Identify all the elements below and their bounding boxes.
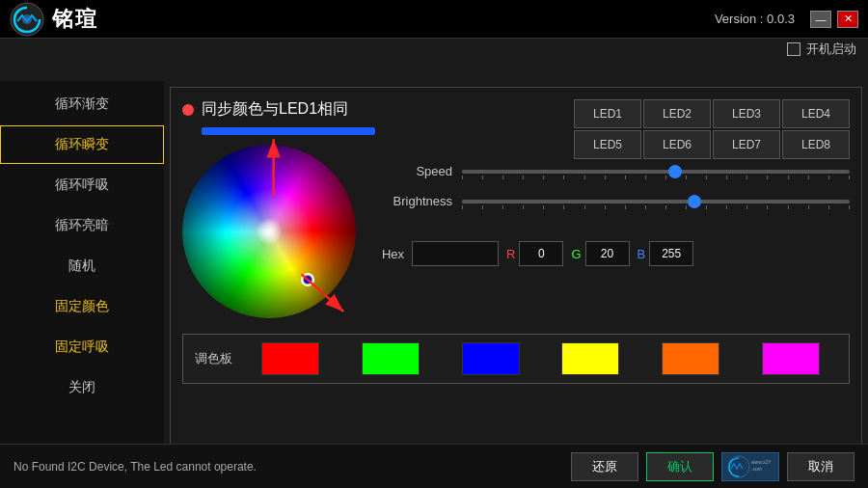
svg-point-1 [22,14,32,24]
speed-slider-track[interactable] [462,170,850,174]
window-controls: — ✕ [810,11,858,28]
r-input[interactable] [519,241,563,266]
led-tab-7[interactable]: LED7 [713,130,780,159]
palette-colors [244,342,837,375]
led-tab-5[interactable]: LED5 [574,130,641,159]
speed-slider-ticks [462,176,850,181]
led-tabs-area: LED1 LED2 LED3 LED4 LED5 LED6 LED7 LED8 [574,99,850,159]
sidebar-item-loop-gradient[interactable]: 循环渐变 [0,85,164,123]
sidebar-item-fixed-breath[interactable]: 固定呼吸 [0,328,164,366]
b-label: B [637,247,646,261]
swatch-green[interactable] [362,342,420,375]
speed-label: Speed [375,164,452,178]
color-wheel-container[interactable] [182,145,356,318]
b-input[interactable] [649,241,693,266]
led-tab-2[interactable]: LED2 [643,99,711,128]
sidebar-item-loop-flash[interactable]: 循环瞬变 [0,125,164,164]
led-tab-1[interactable]: LED1 [574,99,641,128]
version-label: Version : 0.0.3 [715,12,795,26]
swatch-red[interactable] [261,342,319,375]
hex-label: Hex [375,247,404,261]
blue-bar-indicator [202,127,375,135]
hex-row: Hex R G B [375,241,850,266]
led-tab-4[interactable]: LED4 [782,99,850,128]
rgb-r-group: R [506,241,563,266]
sync-dot-icon [182,104,194,116]
close-button[interactable]: ✕ [837,11,858,28]
startup-checkbox[interactable] [787,42,800,56]
rgb-g-group: G [571,241,629,266]
sidebar-item-close[interactable]: 关闭 [0,368,164,407]
color-wheel[interactable] [182,145,356,318]
swatch-blue[interactable] [462,342,520,375]
brightness-slider-ticks [462,205,850,211]
sidebar-item-loop-dim[interactable]: 循环亮暗 [0,206,164,245]
color-section: Speed Brightness [182,145,850,318]
brightness-slider-row: Brightness [375,194,850,208]
startup-label: 开机启动 [806,41,856,58]
swatch-magenta[interactable] [762,342,820,375]
sidebar-item-loop-breath[interactable]: 循环呼吸 [0,166,164,204]
title-right: Version : 0.0.3 — ✕ [715,11,858,28]
r-label: R [506,247,515,261]
cancel-button[interactable]: 取消 [787,452,854,481]
app-title: 铭瑄 [52,5,98,34]
swatch-orange[interactable] [662,342,719,375]
hex-input[interactable] [412,241,499,266]
palette-label: 调色板 [195,350,232,367]
title-left: 铭瑄 [10,2,98,37]
g-input[interactable] [585,241,630,266]
brightness-label: Brightness [375,194,452,208]
sidebar-item-fixed-color[interactable]: 固定颜色 [0,287,164,326]
watermark-logo: www.x2Y .com [721,452,779,481]
right-panel: Speed Brightness [375,145,850,318]
bottom-bar: No Found I2C Device, The Led cannot oper… [0,444,868,488]
bottom-buttons: 还原 确认 www.x2Y .com 取消 [571,452,854,481]
app-logo-icon [10,2,44,37]
sidebar: 循环渐变 循环瞬变 循环呼吸 循环亮暗 随机 固定颜色 固定呼吸 关闭 [0,81,164,486]
svg-text:www.x2Y: www.x2Y [751,459,772,465]
rgb-b-group: B [637,241,694,266]
speed-slider-row: Speed [375,164,850,178]
content-area: LED1 LED2 LED3 LED4 LED5 LED6 LED7 LED8 … [170,87,862,480]
title-bar: 铭瑄 Version : 0.0.3 — ✕ [0,0,868,39]
brightness-slider-track[interactable] [462,200,850,203]
restore-button[interactable]: 还原 [571,452,638,481]
confirm-button[interactable]: 确认 [646,452,714,481]
sidebar-item-random[interactable]: 随机 [0,247,164,285]
svg-text:.com: .com [751,466,762,472]
swatch-yellow[interactable] [561,342,619,375]
minimize-button[interactable]: — [810,11,831,28]
led-tab-3[interactable]: LED3 [713,99,780,128]
g-label: G [571,247,581,261]
led-tab-8[interactable]: LED8 [782,130,850,159]
status-text: No Found I2C Device, The Led cannot oper… [14,460,257,474]
sync-label: 同步颜色与LED1相同 [202,99,348,120]
palette-row: 调色板 [182,334,850,384]
main-layout: 循环渐变 循环瞬变 循环呼吸 循环亮暗 随机 固定颜色 固定呼吸 关闭 LED1… [0,81,868,486]
startup-row: 开机启动 [787,41,856,58]
led-tab-6[interactable]: LED6 [643,130,711,159]
